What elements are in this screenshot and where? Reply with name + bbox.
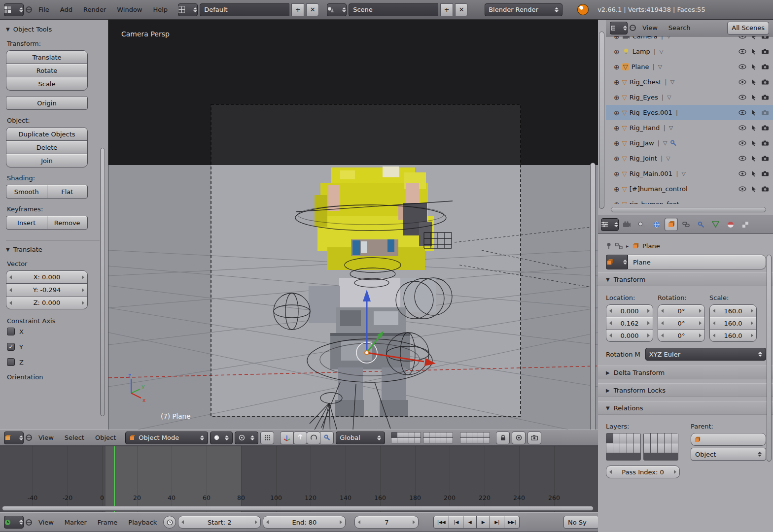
- tab-constraints[interactable]: [679, 218, 693, 231]
- selectability-cursor-icon[interactable]: [750, 48, 758, 55]
- menu-frame[interactable]: Frame: [93, 519, 122, 526]
- expand-icon[interactable]: ⊕: [614, 170, 620, 178]
- jump-to-end-button[interactable]: ▶▶|: [504, 516, 520, 529]
- origin-button[interactable]: Origin: [6, 96, 88, 110]
- object-layers-grid-left[interactable]: [606, 433, 641, 461]
- manipulator-scale-button[interactable]: [320, 432, 334, 444]
- expand-icon[interactable]: ⊕: [614, 63, 620, 71]
- end-frame-field[interactable]: End: 80: [263, 516, 346, 529]
- delete-layout-button[interactable]: ✕: [306, 3, 319, 16]
- constraint-y-checkbox[interactable]: ✓Y: [7, 343, 108, 351]
- flat-button[interactable]: Flat: [47, 185, 88, 199]
- rotation-z-field[interactable]: 0°: [658, 329, 705, 342]
- scale-x-field[interactable]: 160.0: [709, 304, 757, 317]
- object-name-field[interactable]: Plane: [628, 255, 766, 269]
- parent-type-select[interactable]: Object: [691, 448, 766, 461]
- location-x-field[interactable]: 0.000: [606, 304, 653, 317]
- screen-layout-browse-button[interactable]: [178, 3, 198, 16]
- node-icon[interactable]: [615, 243, 623, 249]
- render-opengl-button[interactable]: [527, 432, 541, 444]
- scene-name-field[interactable]: Scene: [349, 3, 438, 16]
- outliner-row-rig-eyes-001[interactable]: ⊕ ▽ Rig_Eyes.001 |: [606, 105, 773, 120]
- viewport-canvas[interactable]: z y x Camera Persp (7) Plane: [108, 20, 598, 430]
- scale-z-field[interactable]: 160.0: [709, 329, 757, 342]
- current-frame-field[interactable]: 7: [354, 516, 419, 529]
- vector-y-field[interactable]: Y: -0.294: [6, 283, 88, 297]
- expand-icon[interactable]: ⊕: [614, 200, 620, 204]
- layers-grid-right[interactable]: [423, 432, 453, 443]
- visibility-eye-icon[interactable]: [738, 109, 746, 116]
- transform-locks-panel-header[interactable]: ▶ Transform Locks: [598, 383, 773, 397]
- tab-scene[interactable]: [635, 218, 648, 231]
- expand-icon[interactable]: ⊕: [614, 155, 620, 163]
- scene-browse-button[interactable]: [327, 3, 347, 16]
- outliner-row-rig-joint[interactable]: ⊕ ▽ Rig_Joint | ▽: [606, 151, 773, 166]
- renderability-camera-icon[interactable]: [761, 48, 769, 55]
- renderability-camera-icon[interactable]: [761, 79, 769, 85]
- selectability-cursor-icon[interactable]: [750, 94, 758, 100]
- menu-view[interactable]: View: [638, 24, 662, 32]
- object-layers-grid-right[interactable]: [643, 433, 678, 461]
- outliner-row-rig-eyes[interactable]: ⊕ ▽ Rig_Eyes | ▽: [606, 90, 773, 105]
- expand-icon[interactable]: ⊕: [614, 109, 620, 117]
- expand-icon[interactable]: ⊕: [614, 48, 620, 56]
- current-frame-marker[interactable]: [114, 446, 115, 512]
- layers-grid-left[interactable]: [391, 432, 421, 443]
- previous-keyframe-button[interactable]: |◀: [449, 516, 463, 529]
- constraint-x-checkbox[interactable]: X: [7, 328, 108, 335]
- location-z-field[interactable]: 0.000: [606, 329, 653, 342]
- object-tools-panel-header[interactable]: ▼ Object Tools: [6, 26, 108, 33]
- vector-z-field[interactable]: Z: 0.000: [6, 296, 88, 309]
- manipulator-rotate-button[interactable]: [307, 432, 320, 444]
- visibility-eye-icon[interactable]: [738, 64, 746, 70]
- visibility-eye-icon[interactable]: [738, 79, 746, 85]
- selectability-cursor-icon[interactable]: [750, 170, 758, 177]
- render-preview-button[interactable]: [512, 432, 526, 444]
- audio-sync-select[interactable]: No Sy: [563, 516, 599, 529]
- relations-panel-header[interactable]: ▼ Relations: [598, 401, 773, 415]
- insert-keyframe-button[interactable]: Insert: [6, 216, 47, 230]
- selectability-cursor-icon[interactable]: [750, 125, 758, 131]
- object-id-browse-button[interactable]: [606, 255, 628, 269]
- selectability-cursor-icon[interactable]: [750, 155, 758, 162]
- timeline-horizontal-scrollbar[interactable]: [2, 506, 594, 511]
- renderability-camera-icon[interactable]: [761, 109, 769, 116]
- menu-object[interactable]: Object: [91, 434, 120, 441]
- renderability-camera-icon[interactable]: [761, 170, 769, 177]
- outliner-vertical-scrollbar[interactable]: [599, 32, 604, 209]
- pin-icon[interactable]: [606, 242, 612, 249]
- visibility-eye-icon[interactable]: [738, 125, 746, 131]
- expand-icon[interactable]: ⊕: [614, 124, 620, 132]
- add-layout-button[interactable]: +: [291, 3, 304, 16]
- menu-window[interactable]: Window: [112, 6, 146, 13]
- visibility-eye-icon[interactable]: [738, 48, 746, 55]
- menu-select[interactable]: Select: [60, 434, 89, 441]
- selectability-cursor-icon[interactable]: [750, 36, 758, 39]
- outliner-row-rig-jaw[interactable]: ⊕ ▽ Rig_Jaw | ▽: [606, 135, 773, 151]
- outliner-row-rig-human-feet[interactable]: ⊕ ▽ rig_human_feet: [606, 197, 773, 204]
- location-y-field[interactable]: 0.162: [606, 317, 653, 330]
- snap-toggle-button[interactable]: [260, 432, 274, 444]
- jump-to-start-button[interactable]: |◀◀: [433, 516, 449, 529]
- editor-type-button[interactable]: [4, 516, 24, 529]
- selectability-cursor-icon[interactable]: [750, 79, 758, 85]
- tool-shelf-scrollbar[interactable]: [100, 148, 105, 416]
- menu-view[interactable]: View: [34, 434, 58, 441]
- visibility-eye-icon[interactable]: [738, 186, 746, 192]
- lock-to-scene-button[interactable]: [496, 432, 510, 444]
- editor-type-button[interactable]: [4, 432, 24, 444]
- delete-button[interactable]: Delete: [6, 140, 88, 154]
- rotate-button[interactable]: Rotate: [6, 64, 88, 77]
- outliner-horizontal-scrollbar[interactable]: [611, 207, 766, 212]
- menu-help[interactable]: Help: [148, 6, 172, 13]
- outliner-row-human-control[interactable]: ⊕ ▽ [#]human_control: [606, 181, 773, 197]
- visibility-eye-icon[interactable]: [738, 140, 746, 146]
- next-keyframe-button[interactable]: ▶|: [490, 516, 504, 529]
- join-button[interactable]: Join: [6, 154, 88, 167]
- viewport-scrollbar[interactable]: [590, 163, 596, 430]
- viewport-shading-select[interactable]: [210, 432, 233, 444]
- duplicate-objects-button[interactable]: Duplicate Objects: [6, 127, 88, 141]
- manipulator-translate-button[interactable]: [280, 432, 294, 444]
- selectability-cursor-icon[interactable]: [750, 64, 758, 70]
- renderability-camera-icon[interactable]: [761, 94, 769, 100]
